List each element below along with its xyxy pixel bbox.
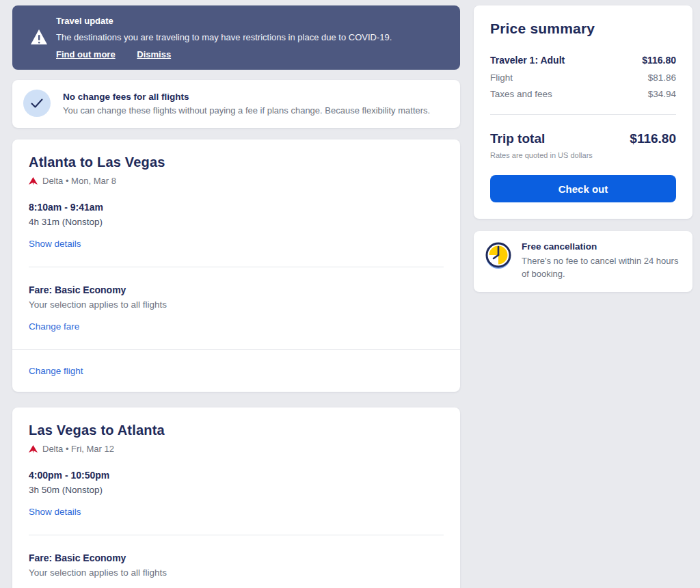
- price-row-taxes: Taxes and fees $34.94: [490, 89, 676, 99]
- no-change-fees-title: No change fees for all flights: [63, 92, 430, 102]
- show-details-link[interactable]: Show details: [29, 239, 81, 249]
- banner-message: The destinations you are traveling to ma…: [56, 32, 446, 42]
- fare-title: Fare: Basic Economy: [29, 552, 444, 563]
- delta-logo-icon: [29, 177, 38, 185]
- summary-column: Price summary Traveler 1: Adult $116.80 …: [474, 5, 692, 588]
- banner-title: Travel update: [56, 16, 446, 26]
- checkout-page: Travel update The destinations you are t…: [0, 0, 700, 588]
- price-summary-title: Price summary: [490, 21, 676, 37]
- free-cancellation-content: Free cancellation There's no fee to canc…: [522, 241, 680, 281]
- airline-date-text: Delta • Mon, Mar 8: [42, 176, 116, 186]
- flight-main: Las Vegas to Atlanta Delta • Fri, Mar 12…: [12, 407, 460, 588]
- flight-duration: 4h 31m (Nonstop): [29, 217, 444, 227]
- price-row-label: Traveler 1: Adult: [490, 55, 565, 66]
- fare-title: Fare: Basic Economy: [29, 284, 444, 295]
- change-flight-link[interactable]: Change flight: [29, 366, 83, 376]
- delta-logo-icon: [29, 445, 38, 453]
- divider: [490, 114, 676, 115]
- flight-footer: Change flight: [12, 349, 460, 392]
- flight-times: 8:10am - 9:41am: [29, 202, 444, 213]
- travel-update-banner: Travel update The destinations you are t…: [12, 5, 460, 70]
- banner-links: Find out more Dismiss: [56, 49, 446, 59]
- price-row-traveler: Traveler 1: Adult $116.80: [490, 55, 676, 66]
- price-summary-card: Price summary Traveler 1: Adult $116.80 …: [474, 5, 692, 219]
- flight-title: Atlanta to Las Vegas: [29, 155, 444, 170]
- flight-card-outbound: Atlanta to Las Vegas Delta • Mon, Mar 8 …: [12, 139, 460, 392]
- show-details-link[interactable]: Show details: [29, 507, 81, 517]
- trip-total-value: $116.80: [630, 131, 676, 146]
- flight-main: Atlanta to Las Vegas Delta • Mon, Mar 8 …: [12, 139, 460, 349]
- free-cancellation-title: Free cancellation: [522, 241, 680, 252]
- rates-note: Rates are quoted in US dollars: [490, 151, 676, 159]
- change-fare-link[interactable]: Change fare: [29, 321, 79, 332]
- price-row-value: $81.86: [648, 72, 676, 83]
- trip-total-row: Trip total $116.80: [490, 131, 676, 146]
- flight-duration: 3h 50m (Nonstop): [29, 485, 444, 495]
- fare-note: Your selection applies to all flights: [29, 299, 444, 310]
- find-out-more-link[interactable]: Find out more: [56, 49, 116, 59]
- warning-icon: [22, 14, 56, 59]
- flight-title: Las Vegas to Atlanta: [29, 423, 444, 438]
- checkout-button[interactable]: Check out: [490, 175, 676, 202]
- trip-total-label: Trip total: [490, 131, 545, 146]
- check-circle-icon: [23, 90, 51, 117]
- no-change-fees-content: No change fees for all flights You can c…: [63, 92, 430, 116]
- price-row-flight: Flight $81.86: [490, 72, 676, 83]
- fare-note: Your selection applies to all flights: [29, 567, 444, 578]
- banner-content: Travel update The destinations you are t…: [56, 14, 446, 59]
- main-column: Travel update The destinations you are t…: [12, 5, 460, 588]
- price-row-label: Flight: [490, 72, 513, 83]
- divider: [29, 535, 444, 535]
- flight-card-return: Las Vegas to Atlanta Delta • Fri, Mar 12…: [12, 407, 460, 588]
- airline-date-text: Delta • Fri, Mar 12: [42, 444, 114, 454]
- airline-date-line: Delta • Fri, Mar 12: [29, 444, 444, 454]
- price-row-label: Taxes and fees: [490, 89, 552, 99]
- price-row-value: $34.94: [648, 89, 676, 99]
- divider: [29, 267, 444, 267]
- price-rows: Traveler 1: Adult $116.80 Flight $81.86 …: [490, 55, 676, 99]
- dismiss-link[interactable]: Dismiss: [137, 49, 171, 59]
- free-cancellation-card: Free cancellation There's no fee to canc…: [474, 231, 692, 292]
- no-change-fees-card: No change fees for all flights You can c…: [12, 80, 460, 128]
- clock-icon: [483, 241, 513, 281]
- no-change-fees-subtitle: You can change these flights without pay…: [63, 105, 430, 116]
- flight-times: 4:00pm - 10:50pm: [29, 470, 444, 481]
- free-cancellation-text: There's no fee to cancel within 24 hours…: [522, 255, 680, 281]
- airline-date-line: Delta • Mon, Mar 8: [29, 176, 444, 186]
- price-row-value: $116.80: [642, 55, 676, 66]
